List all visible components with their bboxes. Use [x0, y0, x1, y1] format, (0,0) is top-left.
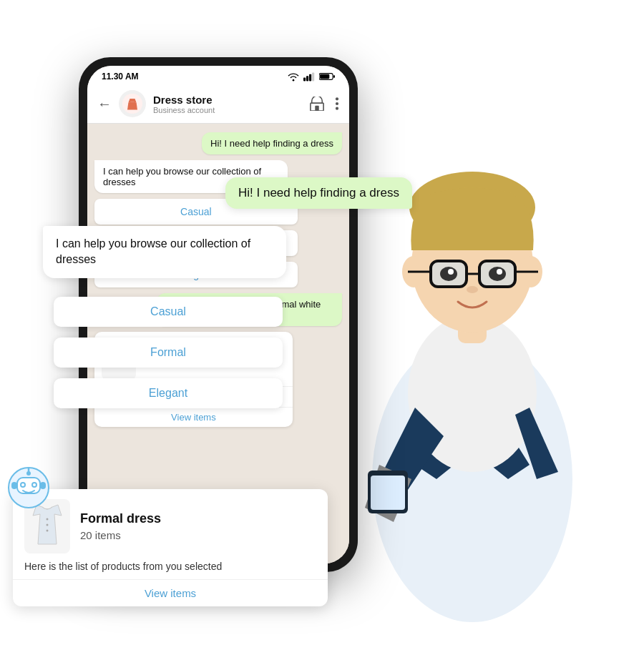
- bubble-option-formal[interactable]: Formal: [54, 338, 283, 368]
- formal-result-title: Formal dress: [80, 511, 161, 526]
- status-icons: [288, 72, 335, 82]
- svg-rect-22: [40, 482, 46, 489]
- outgoing-message-1: Hi! I need help finding a dress: [202, 132, 342, 154]
- bubble-browse-text: I can help you browse our collection of …: [56, 237, 250, 265]
- svg-point-25: [47, 530, 49, 532]
- svg-point-42: [467, 286, 478, 293]
- formal-result-info: Formal dress 20 items: [80, 511, 161, 541]
- bubble-elegant-label: Elegant: [149, 387, 187, 399]
- header-action-icons: [309, 97, 339, 111]
- bubble-help-message: Hi! I need help finding a dress: [225, 177, 412, 209]
- store-avatar: [119, 90, 146, 117]
- svg-point-12: [336, 107, 338, 110]
- signal-icon: [303, 72, 315, 82]
- svg-rect-5: [320, 74, 329, 79]
- svg-point-20: [33, 483, 36, 486]
- more-options-icon[interactable]: [335, 97, 339, 111]
- svg-point-15: [26, 471, 31, 476]
- bubble-formal-label: Formal: [150, 346, 186, 358]
- robot-icon: [6, 465, 52, 511]
- store-name: Dress store: [153, 94, 302, 106]
- svg-point-23: [47, 518, 49, 521]
- store-logo-icon: [122, 94, 142, 114]
- back-button[interactable]: ←: [97, 96, 112, 112]
- svg-point-41: [497, 269, 502, 275]
- wifi-icon: [288, 72, 299, 82]
- svg-rect-2: [309, 74, 311, 82]
- bubble-option-casual[interactable]: Casual: [54, 297, 283, 327]
- bubble-browse-message: I can help you browse our collection of …: [43, 226, 286, 278]
- svg-rect-21: [11, 482, 17, 489]
- svg-point-10: [336, 97, 338, 100]
- svg-point-11: [336, 102, 338, 105]
- svg-rect-6: [333, 75, 335, 78]
- view-items-button[interactable]: View items: [94, 407, 293, 427]
- svg-point-19: [21, 483, 24, 486]
- svg-point-24: [47, 524, 49, 526]
- svg-point-39: [489, 267, 506, 281]
- store-subtitle: Business account: [153, 106, 302, 114]
- bubble-casual-label: Casual: [150, 305, 186, 317]
- status-bar: 11.30 AM: [87, 66, 349, 84]
- formal-result-count: 20 items: [80, 529, 161, 541]
- app-header: ← Dress store Business account: [87, 84, 349, 124]
- status-time: 11.30 AM: [102, 72, 139, 82]
- svg-rect-1: [306, 76, 308, 81]
- formal-result-bubble: Formal dress 20 items Here is the list o…: [13, 489, 328, 606]
- shop-icon[interactable]: [309, 97, 325, 111]
- svg-point-38: [440, 267, 457, 281]
- svg-rect-9: [315, 106, 318, 111]
- svg-rect-0: [303, 78, 306, 82]
- svg-rect-44: [371, 476, 405, 510]
- battery-icon: [319, 72, 335, 81]
- view-items-button-bubble[interactable]: View items: [13, 579, 328, 606]
- formal-result-top: Formal dress 20 items: [13, 489, 328, 561]
- svg-point-40: [448, 269, 454, 275]
- bubble-help-text: Hi! I need help finding a dress: [238, 186, 399, 200]
- svg-rect-3: [312, 72, 314, 81]
- formal-result-description: Here is the list of products from you se…: [13, 561, 328, 579]
- store-info: Dress store Business account: [153, 94, 302, 114]
- bubble-option-elegant[interactable]: Elegant: [54, 378, 283, 408]
